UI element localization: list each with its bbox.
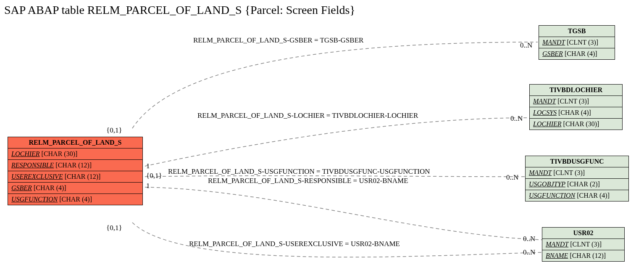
cardinality-label: 0..N [506, 173, 518, 182]
entity-header: RELM_PARCEL_OF_LAND_S [8, 137, 142, 148]
field-type: [CHAR (30)] [42, 150, 78, 157]
field-row: MANDT [CLNT (3)] [542, 239, 624, 250]
entity-header: TGSB [539, 26, 615, 37]
edge-label: RELM_PARCEL_OF_LAND_S-RESPONSIBLE = USR0… [208, 177, 408, 185]
field-type: [CHAR (2)] [567, 180, 600, 188]
field-row: LOCHIER [CHAR (30)] [8, 148, 142, 160]
edge-label: RELM_PARCEL_OF_LAND_S-LOCHIER = TIVBDLOC… [197, 111, 418, 120]
field-type: [CLNT (3)] [570, 241, 602, 248]
field-name: MANDT [542, 39, 565, 46]
entity-usr02: USR02 MANDT [CLNT (3)] BNAME [CHAR (12)] [542, 227, 625, 262]
field-row: USGOBJTYP [CHAR (2)] [526, 179, 628, 190]
edge-label: RELM_PARCEL_OF_LAND_S-USGFUNCTION = TIVB… [168, 167, 430, 176]
field-type: [CHAR (4)] [565, 50, 597, 57]
field-row: RESPONSIBLE [CHAR (12)] [8, 160, 142, 171]
edge-label: RELM_PARCEL_OF_LAND_S-USEREXCLUSIVE = US… [189, 240, 400, 248]
field-name: USEREXCLUSIVE [11, 173, 63, 180]
cardinality-label: 0..N [520, 41, 532, 50]
field-row: LOCHIER [CHAR (30)] [530, 119, 622, 130]
field-type: [CHAR (4)] [558, 109, 591, 116]
cardinality-label: 1 [146, 162, 150, 170]
field-name: MANDT [533, 98, 556, 105]
field-row: USEREXCLUSIVE [CHAR (12)] [8, 171, 142, 183]
field-row: GSBER [CHAR (4)] [539, 48, 615, 59]
field-type: [CHAR (12)] [570, 252, 606, 259]
field-name: BNAME [546, 252, 568, 259]
entity-header: USR02 [542, 228, 624, 239]
cardinality-label: 0..N [523, 235, 535, 243]
field-name: LOCHIER [533, 120, 562, 127]
edge-label: RELM_PARCEL_OF_LAND_S-GSBER = TGSB-GSBER [193, 36, 363, 45]
field-type: [CLNT (3)] [553, 169, 585, 176]
page-title: SAP ABAP table RELM_PARCEL_OF_LAND_S {Pa… [4, 3, 355, 17]
field-row: GSBER [CHAR (4)] [8, 183, 142, 194]
field-row: LOCSYS [CHAR (4)] [530, 107, 622, 119]
field-row: MANDT [CLNT (3)] [539, 37, 615, 48]
field-type: [CHAR (12)] [65, 173, 101, 180]
field-type: [CHAR (4)] [59, 196, 92, 203]
cardinality-label: 1 [146, 182, 150, 190]
field-type: [CHAR (4)] [577, 192, 610, 199]
field-name: USGFUNCTION [529, 192, 575, 199]
entity-tivbdusgfunc: TIVBDUSGFUNC MANDT [CLNT (3)] USGOBJTYP … [525, 156, 629, 201]
field-type: [CHAR (30)] [563, 120, 599, 127]
field-name: USGFUNCTION [11, 196, 58, 203]
field-type: [CHAR (4)] [34, 184, 66, 191]
cardinality-label: {0,1} [106, 224, 122, 232]
entity-header: TIVBDLOCHIER [530, 85, 622, 96]
field-name: USGOBJTYP [529, 180, 565, 188]
field-row: MANDT [CLNT (3)] [526, 167, 628, 179]
entity-relm-parcel-of-land-s: RELM_PARCEL_OF_LAND_S LOCHIER [CHAR (30)… [8, 137, 143, 205]
field-name: MANDT [529, 169, 552, 176]
field-row: MANDT [CLNT (3)] [530, 96, 622, 107]
cardinality-label: {0,1} [146, 172, 162, 180]
field-name: MANDT [546, 241, 568, 248]
cardinality-label: {0,1} [106, 126, 122, 135]
field-name: RESPONSIBLE [11, 162, 54, 169]
cardinality-label: 0..N [523, 248, 535, 257]
field-name: LOCHIER [11, 150, 40, 157]
field-row: USGFUNCTION [CHAR (4)] [8, 194, 142, 205]
entity-tivbdlochier: TIVBDLOCHIER MANDT [CLNT (3)] LOCSYS [CH… [529, 84, 623, 130]
field-name: GSBER [542, 50, 563, 57]
field-name: LOCSYS [533, 109, 557, 116]
field-row: BNAME [CHAR (12)] [542, 250, 624, 261]
field-type: [CLNT (3)] [567, 39, 598, 46]
entity-tgsb: TGSB MANDT [CLNT (3)] GSBER [CHAR (4)] [539, 25, 615, 60]
field-type: [CHAR (12)] [55, 162, 92, 169]
field-row: USGFUNCTION [CHAR (4)] [526, 190, 628, 201]
entity-header: TIVBDUSGFUNC [526, 156, 628, 167]
field-name: GSBER [11, 184, 32, 191]
cardinality-label: 0..N [510, 114, 523, 123]
field-type: [CLNT (3)] [557, 98, 589, 105]
